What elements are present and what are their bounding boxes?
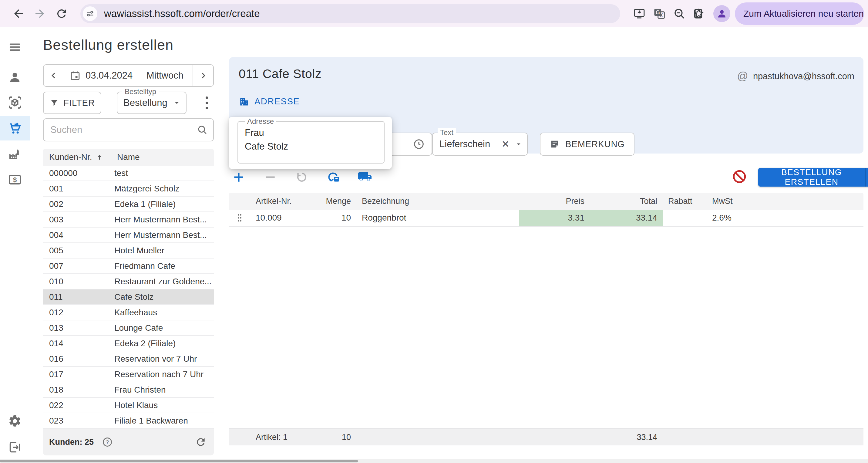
delivery-button[interactable]: [355, 167, 375, 187]
customer-row[interactable]: 018 Frau Christen: [43, 382, 214, 398]
article-price[interactable]: 3.31: [519, 210, 590, 226]
customer-row[interactable]: 005 Hotel Mueller: [43, 243, 214, 258]
customer-search: [43, 118, 214, 142]
column-header-customer-number[interactable]: Kunden-Nr.: [49, 152, 104, 162]
gear-icon: [8, 414, 22, 428]
customer-row[interactable]: 001 Mätzgerei Scholz: [43, 181, 214, 196]
filter-button[interactable]: FILTER: [43, 92, 101, 114]
refresh-list-button[interactable]: [195, 436, 207, 448]
customer-row[interactable]: 016 Reservation vor 7 Uhr: [43, 351, 214, 367]
translate-button[interactable]: G X: [652, 6, 666, 21]
back-button[interactable]: [11, 6, 26, 21]
email-address: npastukhova@hssoft.com: [753, 71, 854, 81]
customer-row[interactable]: 011 Cafe Stolz: [43, 289, 214, 305]
article-table-header: Artikel-Nr. Menge Bezeichnung Preis Tota…: [229, 193, 863, 210]
prev-day-button[interactable]: [44, 65, 64, 86]
app-sidebar: $: [0, 27, 30, 463]
factory-icon: [8, 147, 22, 161]
customer-row[interactable]: 023 Filiale 1 Backwaren: [43, 413, 214, 429]
dollar-glyph: $: [13, 176, 17, 184]
sidebar-item-orders[interactable]: [0, 116, 30, 141]
drag-handle[interactable]: [229, 210, 250, 226]
customer-name: Friedmann Cafe: [114, 261, 175, 271]
side-panel-toggle-btn[interactable]: [691, 6, 706, 21]
create-order-button[interactable]: BESTELLUNG ERSTELLEN: [758, 168, 868, 187]
url-input[interactable]: [104, 8, 559, 20]
column-bezeichnung[interactable]: Bezeichnung: [356, 193, 519, 210]
article-description[interactable]: Roggenbrot: [356, 210, 519, 226]
chevron-right-icon: [198, 71, 208, 81]
browser-toolbar: G X: [0, 0, 868, 27]
horizontal-scrollbar-thumb[interactable]: [0, 460, 358, 462]
customer-row[interactable]: 004 Herr Mustermann Best...: [43, 227, 214, 243]
customer-email: @ npastukhova@hssoft.com: [737, 70, 854, 83]
forward-button[interactable]: [32, 6, 47, 21]
customer-row[interactable]: 007 Friedmann Cafe: [43, 258, 214, 274]
profile-button[interactable]: [713, 5, 730, 22]
remove-article-button[interactable]: [260, 167, 280, 187]
minus-icon: [264, 171, 277, 184]
article-total[interactable]: 33.14: [590, 210, 663, 226]
at-icon: @: [737, 70, 748, 83]
column-mwst[interactable]: MwSt: [707, 193, 795, 210]
sidebar-item-invoices[interactable]: $: [0, 167, 30, 192]
article-number[interactable]: 10.009: [250, 210, 320, 226]
customer-row[interactable]: 014 Edeka 2 (Filiale): [43, 336, 214, 351]
customer-name: Mätzgerei Scholz: [114, 184, 180, 193]
column-menge[interactable]: Menge: [320, 193, 356, 210]
sidebar-item-production[interactable]: [0, 142, 30, 166]
column-rabatt[interactable]: Rabatt: [663, 193, 707, 210]
update-chip-label: Zum Aktualisieren neu starten: [743, 8, 864, 19]
reload-button[interactable]: [54, 6, 69, 21]
customer-row[interactable]: 003 Herr Mustermann Best...: [43, 212, 214, 227]
create-order-dropdown[interactable]: [865, 168, 868, 187]
article-discount[interactable]: [663, 210, 707, 226]
chevron-down-icon: [173, 99, 181, 107]
sidebar-menu-button[interactable]: [0, 35, 30, 59]
order-type-label: Bestelltyp: [122, 87, 159, 96]
address-fieldset[interactable]: Adresse Frau Cafe Stolz: [238, 121, 384, 163]
customer-row[interactable]: 017 Reservation nach 7 Uhr: [43, 367, 214, 382]
customer-row[interactable]: 022 Hotel Klaus: [43, 398, 214, 413]
address-link[interactable]: ADRESSE: [239, 96, 300, 107]
browser-update-chip[interactable]: Zum Aktualisieren neu starten: [735, 2, 864, 25]
install-app-button[interactable]: [632, 6, 647, 21]
order-text-select[interactable]: Text Lieferschein ✕: [432, 132, 528, 156]
site-settings-button[interactable]: [83, 6, 97, 21]
article-row[interactable]: 10.009 10 Roggenbrot 3.31 33.14 2.6%: [229, 210, 863, 227]
article-vat[interactable]: 2.6%: [707, 210, 795, 226]
customer-number: 016: [49, 354, 114, 364]
help-button[interactable]: ?: [102, 436, 113, 448]
customer-row[interactable]: 012 Kaffeehaus: [43, 305, 214, 320]
customer-row[interactable]: 010 Restaurant zur Goldene...: [43, 274, 214, 289]
sidebar-item-settings[interactable]: [0, 409, 30, 433]
address-line-1: Frau: [245, 126, 384, 140]
row-filler: [795, 210, 863, 226]
sidebar-item-articles[interactable]: [0, 90, 30, 115]
article-quantity[interactable]: 10: [320, 210, 356, 226]
customer-row[interactable]: 013 Lounge Cafe: [43, 320, 214, 336]
address-bar[interactable]: [81, 4, 620, 23]
date-picker[interactable]: 03.04.2024 Mittwoch: [64, 65, 193, 86]
column-header-customer-name[interactable]: Name: [117, 152, 140, 162]
column-artnr[interactable]: Artikel-Nr.: [250, 193, 320, 210]
repeat-last-order-button[interactable]: [323, 167, 343, 187]
sidebar-item-logout[interactable]: [0, 435, 30, 459]
customer-row[interactable]: 000000 test: [43, 166, 214, 181]
column-total[interactable]: Total: [590, 193, 663, 210]
add-article-button[interactable]: [229, 167, 248, 187]
customer-row[interactable]: 002 Edeka 1 (Filiale): [43, 196, 214, 212]
customer-number: 010: [49, 277, 114, 286]
sidebar-item-customers[interactable]: [0, 65, 30, 90]
column-preis[interactable]: Preis: [519, 193, 590, 210]
remark-button[interactable]: BEMERKUNG: [540, 132, 634, 156]
search-input[interactable]: [50, 124, 197, 135]
clear-text-icon[interactable]: ✕: [501, 138, 509, 150]
customer-number: 007: [49, 261, 114, 271]
reset-articles-button[interactable]: [292, 167, 311, 187]
customer-number: 022: [49, 401, 114, 410]
customer-name: Hotel Klaus: [114, 401, 158, 410]
order-type-select[interactable]: Bestelltyp Bestellung: [117, 92, 187, 114]
list-options-menu-button[interactable]: [198, 92, 216, 114]
next-day-button[interactable]: [193, 65, 213, 86]
